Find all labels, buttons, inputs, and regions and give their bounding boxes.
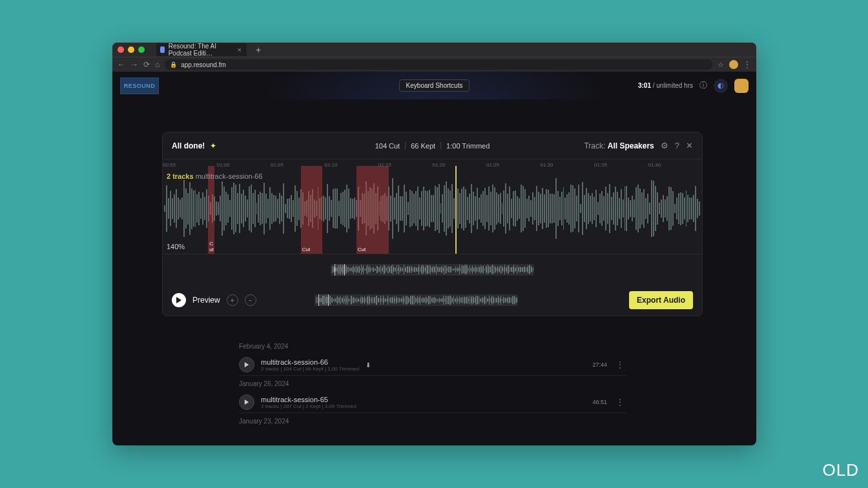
track-info: 2 tracks multitrack-session-66 — [167, 172, 263, 180]
playhead[interactable] — [455, 166, 457, 254]
cut-region[interactable]: Cut — [356, 166, 389, 254]
favicon-icon — [160, 46, 165, 53]
gear-icon[interactable]: ⚙ — [661, 141, 668, 150]
browser-titlebar: Resound: The AI Podcast Editi… × + — [112, 43, 756, 57]
editor-stats: 104 Cut 66 Kept 1:00 Trimmed — [370, 142, 495, 150]
watermark-old: OLD — [823, 460, 859, 480]
ruler-tick: 01:25 — [486, 162, 499, 168]
project-row[interactable]: multitrack-session-652 tracks | 287 Cut … — [239, 392, 626, 413]
tab-title: Resound: The AI Podcast Editi… — [169, 43, 231, 57]
editor-panel: All done! ✦ 104 Cut 66 Kept 1:00 Trimmed… — [162, 132, 703, 316]
editor-header: All done! ✦ 104 Cut 66 Kept 1:00 Trimmed… — [163, 132, 702, 159]
window-close-icon[interactable] — [118, 46, 124, 53]
play-icon[interactable] — [239, 357, 254, 372]
track-selector[interactable]: Track: All Speakers — [584, 141, 654, 150]
project-date: January 23, 2024 — [239, 418, 626, 425]
ruler-tick: 00:55 — [163, 162, 176, 168]
project-name: multitrack-session-66 — [261, 358, 359, 366]
browser-addressbar: ← → ⟳ ⌂ 🔒 app.resound.fm ☆ ⋮ — [112, 57, 756, 72]
more-icon[interactable]: ⋮ — [614, 398, 626, 407]
usage-hours: 3:01 / unlimited hrs — [638, 82, 693, 89]
project-meta: 2 tracks | 104 Cut | 66 Kept | 1:00 Trim… — [261, 366, 359, 372]
ruler-tick: 01:00 — [217, 162, 230, 168]
zoom-percent: 140% — [167, 243, 185, 250]
minimap-secondary[interactable] — [315, 294, 518, 306]
bookmark-icon[interactable]: ☆ — [718, 61, 724, 69]
cut-region[interactable]: Cut — [301, 166, 322, 254]
profile-icon[interactable] — [729, 60, 738, 69]
waveform[interactable] — [163, 178, 702, 239]
kebab-icon[interactable]: ⋮ — [743, 60, 751, 69]
download-icon[interactable]: ⬇ — [366, 361, 371, 369]
cut-label: Cut — [302, 247, 310, 252]
project-duration: 46:51 — [592, 399, 607, 405]
zoom-in-button[interactable]: + — [227, 294, 238, 306]
timeline-ruler: 00:5501:0001:0501:1001:1501:2001:2501:30… — [163, 159, 702, 170]
reload-icon[interactable]: ⟳ — [143, 60, 150, 69]
play-button[interactable] — [172, 293, 186, 307]
ruler-tick: 01:40 — [648, 162, 661, 168]
info-icon[interactable]: ⓘ — [699, 80, 707, 91]
project-date: January 26, 2024 — [239, 380, 626, 387]
controls-row: Preview + − Export Audio — [163, 285, 702, 316]
svg-marker-2 — [176, 297, 181, 303]
status-text: All done! — [172, 141, 205, 150]
minimap-row — [163, 254, 702, 285]
close-icon[interactable]: ✕ — [686, 141, 693, 150]
url-text: app.resound.fm — [181, 61, 226, 68]
ruler-tick: 01:10 — [325, 162, 338, 168]
theme-toggle[interactable]: ◐ — [714, 79, 728, 93]
cut-label: C ut — [209, 241, 214, 252]
url-input[interactable]: 🔒 app.resound.fm — [165, 59, 712, 70]
window-min-icon[interactable] — [128, 46, 134, 53]
svg-marker-1 — [245, 400, 249, 405]
ruler-tick: 01:30 — [541, 162, 553, 168]
home-icon[interactable]: ⌂ — [155, 60, 160, 69]
app-header: RESOUND Keyboard Shortcuts 3:01 / unlimi… — [112, 72, 756, 99]
waveform-area[interactable]: 00:5501:0001:0501:1001:1501:2001:2501:30… — [163, 159, 702, 254]
export-button[interactable]: Export Audio — [629, 291, 693, 309]
logo[interactable]: RESOUND — [120, 77, 159, 94]
sparkle-icon: ✦ — [210, 141, 216, 150]
project-date: February 4, 2024 — [239, 343, 626, 350]
more-icon[interactable]: ⋮ — [614, 360, 626, 369]
window-max-icon[interactable] — [138, 46, 145, 53]
minimap-viewport[interactable] — [318, 294, 329, 306]
play-icon[interactable] — [239, 394, 254, 410]
preview-label: Preview — [192, 296, 220, 305]
moon-icon: ◐ — [718, 81, 724, 90]
help-icon[interactable]: ? — [675, 141, 679, 150]
stat-kept: 66 Kept — [406, 142, 441, 150]
minimap[interactable] — [331, 264, 534, 276]
project-meta: 2 tracks | 287 Cut | 2 Kept | 3:09 Trimm… — [261, 403, 356, 409]
zoom-out-button[interactable]: − — [245, 294, 256, 306]
ruler-tick: 01:05 — [271, 162, 284, 168]
project-row[interactable]: multitrack-session-662 tracks | 104 Cut … — [239, 354, 626, 376]
close-icon[interactable]: × — [238, 46, 242, 54]
new-tab-button[interactable]: + — [256, 45, 261, 55]
project-duration: 27:44 — [592, 361, 607, 368]
project-list: February 4, 2024multitrack-session-662 t… — [239, 338, 626, 429]
svg-marker-0 — [245, 362, 249, 367]
forward-icon[interactable]: → — [130, 60, 138, 69]
minimap-viewport[interactable] — [335, 264, 345, 276]
browser-tab[interactable]: Resound: The AI Podcast Editi… × — [156, 43, 247, 56]
cut-label: Cut — [358, 247, 366, 252]
stat-cut: 104 Cut — [370, 142, 406, 150]
browser-window: Resound: The AI Podcast Editi… × + ← → ⟳… — [112, 43, 756, 445]
avatar[interactable] — [734, 79, 749, 93]
ruler-tick: 01:35 — [594, 162, 607, 168]
project-name: multitrack-session-65 — [261, 396, 356, 403]
stat-trimmed: 1:00 Trimmed — [441, 142, 495, 150]
lock-icon: 🔒 — [170, 61, 177, 68]
ruler-tick: 01:20 — [433, 162, 446, 168]
keyboard-shortcuts-button[interactable]: Keyboard Shortcuts — [399, 79, 470, 92]
back-icon[interactable]: ← — [118, 60, 125, 69]
